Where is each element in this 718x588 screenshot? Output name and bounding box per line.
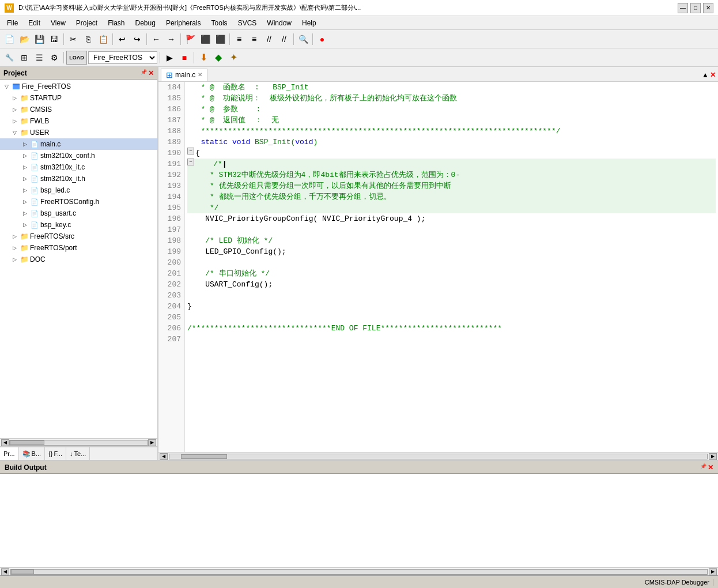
editor-hscroll-thumb[interactable] [181, 454, 227, 459]
expand-cmsis[interactable]: ▷ [10, 105, 18, 114]
build-hscroll-thumb[interactable] [11, 570, 34, 574]
menu-view[interactable]: View [46, 18, 70, 28]
expand-stm32itc[interactable]: ▷ [21, 163, 29, 171]
flash-button[interactable]: ⬇ [196, 51, 210, 65]
expand-bspled[interactable]: ▷ [21, 186, 29, 194]
tree-item-main-c[interactable]: ▷ 📄 main.c [0, 138, 157, 150]
build-output-content[interactable] [0, 474, 718, 567]
expand-doc[interactable]: ▷ [10, 255, 18, 263]
tree-item-freertos-port[interactable]: ▷ 📁 FreeRTOS/port [0, 242, 157, 254]
copy-button[interactable]: ⎘ [81, 32, 95, 46]
expand-bspkey[interactable]: ▷ [21, 221, 29, 229]
editor-float-button[interactable]: ▲ [702, 71, 709, 79]
save-button[interactable]: 💾 [32, 32, 46, 46]
code-editor[interactable]: * @ 函数名 : BSP_Init * @ 功能说明： 板级外设初始化，所有板… [185, 82, 718, 452]
expand-bspusart[interactable]: ▷ [21, 209, 29, 217]
editor-tab-close[interactable]: ✕ [198, 71, 202, 78]
menu-tools[interactable]: Tools [207, 18, 232, 28]
sidebar-tab-books[interactable]: 📚 B... [19, 447, 46, 460]
sidebar-tab-functions[interactable]: {} F... [45, 447, 66, 460]
config-button[interactable]: ⚙ [47, 51, 61, 65]
back-button[interactable]: ← [149, 32, 163, 46]
editor-scroll-right[interactable]: ▶ [709, 453, 717, 460]
expand-fwlb[interactable]: ▷ [10, 117, 18, 125]
comment-button[interactable]: // [262, 32, 276, 46]
forward-button[interactable]: → [164, 32, 178, 46]
tree-item-bspusart[interactable]: ▷ 📄 bsp_usart.c [0, 208, 157, 219]
open-button[interactable]: 📂 [17, 32, 31, 46]
menu-file[interactable]: File [2, 18, 22, 28]
sidebar-close-button[interactable]: ✕ [148, 69, 154, 77]
close-button[interactable]: ✕ [703, 3, 713, 13]
tree-item-root[interactable]: ▽ Fire_FreeRTOS [0, 81, 157, 92]
editor-tab-main-c[interactable]: ⊞ main.c ✕ [161, 69, 207, 81]
build-output-close[interactable]: ✕ [708, 463, 713, 472]
menu-svcs[interactable]: SVCS [233, 18, 262, 28]
expand-stm32conf[interactable]: ▷ [21, 152, 29, 160]
new-file-button[interactable]: 📄 [2, 32, 16, 46]
indent-button[interactable]: ≡ [232, 32, 246, 46]
sidebar-tab-project[interactable]: Pr... [0, 447, 19, 460]
target-selector[interactable]: Fire_FreeRTOS [88, 51, 157, 64]
build-scroll-left[interactable]: ◀ [1, 568, 9, 575]
undo-button[interactable]: ↩ [115, 32, 129, 46]
menu-edit[interactable]: Edit [24, 18, 45, 28]
maximize-button[interactable]: □ [690, 3, 701, 13]
find-button[interactable]: 🔍 [296, 32, 310, 46]
sidebar-pin-button[interactable]: 📌 [141, 69, 147, 77]
editor-hscrollbar[interactable] [169, 454, 708, 459]
expand-user[interactable]: ▽ [10, 129, 18, 137]
editor-close-button[interactable]: ✕ [710, 71, 716, 79]
redo-button[interactable]: ↪ [130, 32, 144, 46]
expand-root[interactable]: ▽ [2, 82, 10, 91]
verify-button[interactable]: ✦ [226, 51, 240, 65]
tree-item-stm32conf[interactable]: ▷ 📄 stm32f10x_conf.h [0, 150, 157, 161]
tree-item-doc[interactable]: ▷ 📁 DOC [0, 254, 157, 265]
menu-window[interactable]: Window [262, 18, 296, 28]
paste-button[interactable]: 📋 [96, 32, 110, 46]
tree-item-bspled[interactable]: ▷ 📄 bsp_led.c [0, 184, 157, 196]
build-scroll-right[interactable]: ▶ [709, 568, 717, 575]
collapse-191[interactable]: − [187, 159, 194, 165]
tree-item-stm32it-h[interactable]: ▷ 📄 stm32f10x_it.h [0, 173, 157, 184]
sidebar-hscrollbar[interactable] [9, 440, 148, 446]
expand-freertosconfig[interactable]: ▷ [21, 198, 29, 206]
sidebar-scroll-right[interactable]: ▶ [148, 439, 156, 446]
tree-item-freertos-src[interactable]: ▷ 📁 FreeRTOS/src [0, 231, 157, 242]
sidebar-scroll-left[interactable]: ◀ [1, 439, 9, 446]
tree-item-user[interactable]: ▽ 📁 USER [0, 127, 157, 138]
project-settings-button[interactable]: 🔧 [2, 51, 16, 65]
stop-button[interactable]: ■ [177, 51, 191, 65]
unindent-button[interactable]: ≡ [247, 32, 261, 46]
uncomment-button[interactable]: // [277, 32, 291, 46]
expand-freertos-port[interactable]: ▷ [10, 244, 18, 252]
menu-peripherals[interactable]: Peripherals [161, 18, 206, 28]
sidebar-hscroll-thumb[interactable] [10, 440, 44, 445]
expand-startup[interactable]: ▷ [10, 94, 18, 102]
sidebar-tab-templates[interactable]: ↓ Te... [66, 447, 90, 460]
menu-project[interactable]: Project [71, 18, 102, 28]
collapse-190[interactable]: − [187, 148, 194, 154]
tree-item-startup[interactable]: ▷ 📁 STARTUP [0, 92, 157, 104]
save-all-button[interactable]: 🖫 [47, 32, 61, 46]
grid-view-button[interactable]: ⊞ [17, 51, 31, 65]
menu-flash[interactable]: Flash [103, 18, 129, 28]
tree-item-bspkey[interactable]: ▷ 📄 bsp_key.c [0, 219, 157, 231]
build-hscrollbar[interactable] [10, 569, 708, 575]
expand-stm32ith[interactable]: ▷ [21, 175, 29, 183]
minimize-button[interactable]: — [678, 3, 688, 13]
build-output-pin[interactable]: 📌 [700, 463, 706, 472]
tree-item-freertosconfig[interactable]: ▷ 📄 FreeRTOSConfig.h [0, 196, 157, 208]
menu-debug[interactable]: Debug [131, 18, 160, 28]
next-bookmark[interactable]: ⬛ [213, 32, 227, 46]
build-button[interactable]: ● [315, 32, 329, 46]
list-view-button[interactable]: ☰ [32, 51, 46, 65]
prev-bookmark[interactable]: ⬛ [198, 32, 212, 46]
editor-scroll-left[interactable]: ◀ [160, 453, 168, 460]
run-button[interactable]: ▶ [163, 51, 176, 65]
tree-item-stm32it-c[interactable]: ▷ 📄 stm32f10x_it.c [0, 161, 157, 173]
expand-freertos-src[interactable]: ▷ [10, 232, 18, 240]
menu-help[interactable]: Help [297, 18, 321, 28]
bookmark-button[interactable]: 🚩 [183, 32, 197, 46]
tree-item-cmsis[interactable]: ▷ 📁 CMSIS [0, 104, 157, 115]
